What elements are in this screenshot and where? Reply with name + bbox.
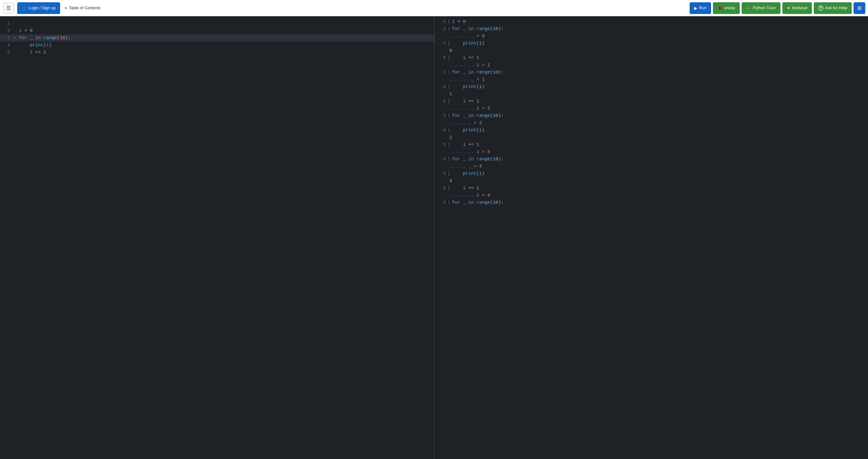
trace-assign-16: i = 3 <box>474 148 490 156</box>
pytutor-button[interactable]: 👓 Python Tutor <box>742 2 780 14</box>
trace-line-2: 3 | for _ in range(10): <box>435 25 868 33</box>
line-arrow-3: ▸ <box>13 34 18 41</box>
help-label: Ask for Help <box>825 6 847 10</box>
trace-line-7: 3 | for _ in range(10): <box>435 69 868 76</box>
trace-bar-22: | <box>448 199 452 206</box>
trace-panel[interactable]: 2 | i = 0 3 | for _ in range(10): ......… <box>434 16 868 459</box>
menu-button[interactable]: ☰ <box>3 2 14 14</box>
editor-line-4: 4 print(i) <box>0 41 434 49</box>
expand-button[interactable]: ⊞ <box>854 2 865 14</box>
birdseye-label: birdseye <box>792 6 807 10</box>
trace-bar-2: | <box>448 25 452 33</box>
toolbar: ☰ 👤 Login / Sign up ≡ Table of Contents … <box>0 0 868 16</box>
trace-code-12: for _ in range(10): <box>452 112 866 119</box>
trace-output-2: 1 <box>435 90 868 98</box>
toc-label: Table of Contents <box>69 6 101 10</box>
bug-icon: 🐞 <box>717 6 722 11</box>
trace-line-13: ...... _ = 2 <box>435 119 868 127</box>
trace-linenum-19: 4 <box>436 170 448 177</box>
trace-line-1: 2 | i = 0 <box>435 18 868 25</box>
trace-dots-21: ......... <box>448 192 474 199</box>
trace-bar-19: | <box>448 170 452 177</box>
line-code-5: i += 1 <box>18 49 434 56</box>
trace-code-4: print(i) <box>452 40 866 47</box>
trace-linenum-2: 3 <box>436 25 448 33</box>
toolbar-left: ☰ 👤 Login / Sign up ≡ Table of Contents <box>3 2 102 14</box>
trace-bar-17: | <box>448 156 452 163</box>
trace-linenum-22: 3 <box>436 199 448 206</box>
trace-line-6: ......... i = 1 <box>435 61 868 69</box>
trace-code-1: i = 0 <box>452 18 866 25</box>
trace-code-2: for _ in range(10): <box>452 25 866 33</box>
trace-line-12: 3 | for _ in range(10): <box>435 112 868 119</box>
trace-code-7: for _ in range(10): <box>452 69 866 76</box>
trace-linenum-7: 3 <box>436 69 448 76</box>
trace-linenum-12: 3 <box>436 112 448 119</box>
trace-assign-11: i = 2 <box>474 105 490 112</box>
trace-dots-13: ...... <box>448 119 466 127</box>
trace-bar-5: | <box>448 54 452 61</box>
snoop-button[interactable]: 🐞 snoop <box>713 2 740 14</box>
trace-line-18: ...... _ = 3 <box>435 163 868 170</box>
trace-bar-15: | <box>448 141 452 148</box>
trace-line-15: 5 | i += 1 <box>435 141 868 148</box>
trace-assign-13: _ = 2 <box>466 119 482 127</box>
glasses-icon: 👓 <box>746 6 751 11</box>
trace-assign-3: _ = 0 <box>468 33 485 40</box>
line-code-4: print(i) <box>18 41 434 49</box>
trace-linenum-10: 5 <box>436 98 448 105</box>
trace-line-14: 4 | print(i) <box>435 127 868 134</box>
trace-line-11: ......... i = 2 <box>435 105 868 112</box>
trace-code-15: i += 1 <box>452 141 866 148</box>
trace-bar-4: | <box>448 40 452 47</box>
trace-bar-10: | <box>448 98 452 105</box>
trace-assign-6: i = 1 <box>474 61 490 69</box>
editor-line-2: 2 i = 0 <box>0 27 434 34</box>
trace-dots-18: ...... <box>448 163 466 170</box>
help-button[interactable]: ? Ask for Help <box>814 2 852 14</box>
trace-output-1: 0 <box>435 47 868 54</box>
code-editor[interactable]: 1 2 i = 0 3 ▸ for _ in range(10): 4 prin… <box>0 16 434 459</box>
birdseye-button[interactable]: ✦ birdseye <box>782 2 812 14</box>
toc-button[interactable]: ≡ Table of Contents <box>63 2 102 14</box>
trace-bar-14: | <box>448 127 452 134</box>
trace-code-14: print(i) <box>452 127 866 134</box>
trace-line-9: 4 | print(i) <box>435 83 868 90</box>
trace-line-20: 5 | i += 1 <box>435 184 868 192</box>
editor-line-1: 1 <box>0 20 434 27</box>
trace-assign-8: _ = 1 <box>468 76 485 83</box>
trace-line-22: 3 | for _ in range(10): <box>435 199 868 206</box>
login-button[interactable]: 👤 Login / Sign up <box>17 2 60 14</box>
trace-line-19: 4 | print(i) <box>435 170 868 177</box>
trace-linenum-5: 5 <box>436 54 448 61</box>
eye-icon: ✦ <box>787 6 790 11</box>
trace-dots-6: ......... <box>448 61 474 69</box>
trace-linenum-14: 4 <box>436 127 448 134</box>
trace-code-20: i += 1 <box>452 184 866 192</box>
trace-code-5: i += 1 <box>452 54 866 61</box>
trace-dots-8: ....... <box>448 76 468 83</box>
line-code-3: for _ in range(10): <box>18 34 434 41</box>
trace-code-22: for _ in range(10): <box>452 199 866 206</box>
run-button[interactable]: ▶ Run <box>690 2 711 14</box>
trace-dots-3: ....... <box>448 33 468 40</box>
login-label: Login / Sign up <box>29 6 56 10</box>
trace-line-8: ....... _ = 1 <box>435 76 868 83</box>
trace-assign-18: _ = 3 <box>466 163 482 170</box>
trace-out-text-3: 2 <box>448 134 452 141</box>
trace-line-10: 5 | i += 1 <box>435 98 868 105</box>
play-icon: ▶ <box>694 6 697 11</box>
trace-line-3: ....... _ = 0 <box>435 33 868 40</box>
editor-line-3: 3 ▸ for _ in range(10): <box>0 34 434 41</box>
trace-line-5: 5 | i += 1 <box>435 54 868 61</box>
trace-bar-9: | <box>448 83 452 90</box>
line-code-2: i = 0 <box>18 27 434 34</box>
trace-linenum-1: 2 <box>436 18 448 25</box>
trace-bar-20: | <box>448 184 452 192</box>
trace-linenum-15: 5 <box>436 141 448 148</box>
trace-bar-12: | <box>448 112 452 119</box>
editor-line-5: 5 i += 1 <box>0 49 434 56</box>
trace-code-10: i += 1 <box>452 98 866 105</box>
trace-output-3: 2 <box>435 134 868 141</box>
trace-code-9: print(i) <box>452 83 866 90</box>
